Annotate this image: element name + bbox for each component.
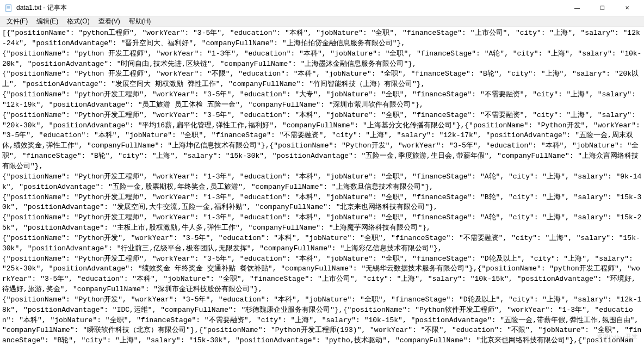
watermark: 资深Python开发	[597, 332, 637, 341]
menu-help[interactable]: 帮助(H)	[125, 16, 156, 27]
menu-format[interactable]: 格式(O)	[63, 16, 94, 27]
maximize-button[interactable]: ☐	[590, 0, 615, 16]
title-bar: data1.txt - 记事本 — ☐ ✕	[0, 0, 644, 16]
text-area[interactable]: [{"positionName": "python工程师", "workYear…	[0, 27, 644, 345]
menu-file[interactable]: 文件(F)	[2, 16, 32, 27]
window-controls: — ☐ ✕	[565, 0, 640, 16]
menu-edit[interactable]: 编辑(E)	[32, 16, 63, 27]
menu-view[interactable]: 查看(V)	[94, 16, 125, 27]
notepad-icon	[4, 4, 13, 13]
close-button[interactable]: ✕	[615, 0, 640, 16]
menu-bar: 文件(F) 编辑(E) 格式(O) 查看(V) 帮助(H)	[0, 16, 644, 27]
notepad-window: data1.txt - 记事本 — ☐ ✕ 文件(F) 编辑(E) 格式(O) …	[0, 0, 644, 345]
minimize-button[interactable]: —	[565, 0, 590, 16]
window-title: data1.txt - 记事本	[16, 3, 565, 13]
